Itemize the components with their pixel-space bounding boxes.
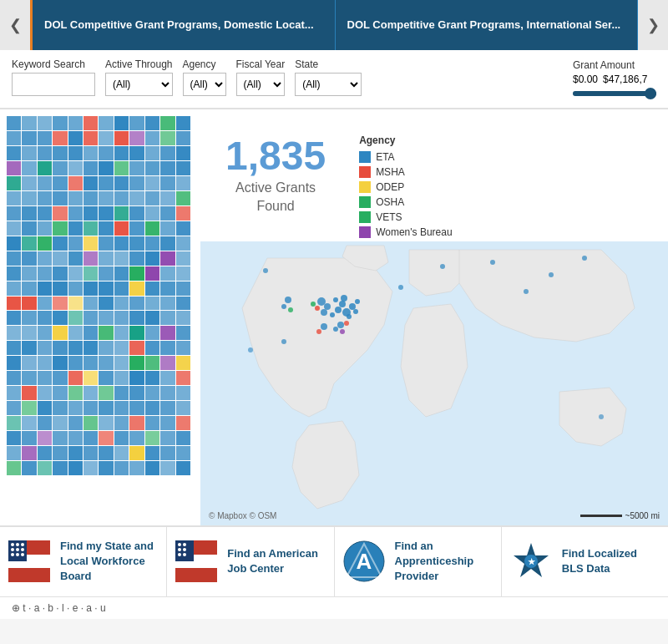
treemap-cell[interactable] <box>38 461 52 475</box>
treemap-cell[interactable] <box>22 297 36 311</box>
treemap-cell[interactable] <box>145 297 159 311</box>
treemap-cell[interactable] <box>22 311 36 325</box>
treemap-cell[interactable] <box>38 431 52 445</box>
treemap-cell[interactable] <box>99 146 113 160</box>
footer-link-workforce[interactable]: Find my State and Local Workforce Board <box>0 527 167 596</box>
treemap-cell[interactable] <box>99 446 113 460</box>
treemap-cell[interactable] <box>84 401 98 415</box>
treemap-cell[interactable] <box>68 431 83 445</box>
treemap-cell[interactable] <box>129 266 144 281</box>
treemap-cell[interactable] <box>145 221 159 236</box>
treemap-cell[interactable] <box>7 311 21 325</box>
treemap-cell[interactable] <box>38 146 52 160</box>
treemap-cell[interactable] <box>176 326 190 340</box>
treemap-cell[interactable] <box>38 176 52 190</box>
treemap-cell[interactable] <box>53 191 67 205</box>
treemap-cell[interactable] <box>99 386 113 400</box>
treemap-cell[interactable] <box>114 236 129 251</box>
treemap-cell[interactable] <box>38 371 52 385</box>
treemap-cell[interactable] <box>114 281 129 296</box>
treemap-cell[interactable] <box>22 356 36 370</box>
treemap-cell[interactable] <box>53 431 67 445</box>
treemap-cell[interactable] <box>7 297 21 311</box>
treemap-cell[interactable] <box>38 326 52 340</box>
treemap-cell[interactable] <box>22 116 36 130</box>
treemap-cell[interactable] <box>84 341 98 355</box>
treemap-cell[interactable] <box>84 146 98 160</box>
treemap-cell[interactable] <box>176 371 190 385</box>
treemap-cell[interactable] <box>145 311 159 325</box>
treemap-cell[interactable] <box>145 236 159 251</box>
treemap-cell[interactable] <box>160 356 175 370</box>
treemap-cell[interactable] <box>176 356 190 370</box>
treemap-cell[interactable] <box>160 281 175 296</box>
treemap-cell[interactable] <box>176 297 190 311</box>
treemap-cell[interactable] <box>22 281 36 296</box>
treemap-cell[interactable] <box>145 461 159 475</box>
treemap-cell[interactable] <box>53 131 67 145</box>
treemap-cell[interactable] <box>53 297 67 311</box>
treemap-cell[interactable] <box>22 161 36 175</box>
treemap-cell[interactable] <box>160 146 175 160</box>
treemap-cell[interactable] <box>160 386 175 400</box>
treemap-cell[interactable] <box>84 416 98 430</box>
treemap-cell[interactable] <box>176 431 190 445</box>
treemap-cell[interactable] <box>129 161 144 175</box>
fiscal-year-select[interactable]: (All) <box>236 73 286 96</box>
treemap-cell[interactable] <box>22 236 36 251</box>
treemap-cell[interactable] <box>99 221 113 236</box>
treemap-cell[interactable] <box>53 206 67 221</box>
treemap-cell[interactable] <box>7 431 21 445</box>
treemap-cell[interactable] <box>176 161 190 175</box>
treemap-cell[interactable] <box>7 251 21 266</box>
treemap-cell[interactable] <box>129 297 144 311</box>
treemap-cell[interactable] <box>160 266 175 281</box>
treemap-cell[interactable] <box>114 326 129 340</box>
treemap-cell[interactable] <box>38 131 52 145</box>
treemap-cell[interactable] <box>22 146 36 160</box>
treemap-cell[interactable] <box>53 236 67 251</box>
treemap-cell[interactable] <box>176 251 190 266</box>
treemap-cell[interactable] <box>160 401 175 415</box>
treemap-cell[interactable] <box>145 446 159 460</box>
treemap-cell[interactable] <box>68 311 83 325</box>
treemap-cell[interactable] <box>129 176 144 190</box>
treemap-cell[interactable] <box>160 206 175 221</box>
treemap-cell[interactable] <box>84 446 98 460</box>
treemap-cell[interactable] <box>84 297 98 311</box>
treemap-cell[interactable] <box>176 311 190 325</box>
treemap-cell[interactable] <box>145 401 159 415</box>
treemap-cell[interactable] <box>7 131 21 145</box>
treemap-cell[interactable] <box>160 297 175 311</box>
treemap-cell[interactable] <box>84 251 98 266</box>
treemap-cell[interactable] <box>68 297 83 311</box>
treemap-cell[interactable] <box>160 221 175 236</box>
treemap-cell[interactable] <box>114 341 129 355</box>
treemap-cell[interactable] <box>53 326 67 340</box>
treemap-cell[interactable] <box>22 251 36 266</box>
treemap-cell[interactable] <box>160 461 175 475</box>
treemap-cell[interactable] <box>7 206 21 221</box>
treemap-cell[interactable] <box>7 146 21 160</box>
treemap-cell[interactable] <box>84 206 98 221</box>
treemap-cell[interactable] <box>7 281 21 296</box>
treemap-cell[interactable] <box>114 116 129 130</box>
treemap-cell[interactable] <box>129 131 144 145</box>
treemap-cell[interactable] <box>38 251 52 266</box>
treemap-cell[interactable] <box>84 176 98 190</box>
slider-thumb[interactable] <box>645 88 656 99</box>
treemap-cell[interactable] <box>145 356 159 370</box>
treemap-cell[interactable] <box>114 131 129 145</box>
treemap-cell[interactable] <box>22 461 36 475</box>
treemap-cell[interactable] <box>84 386 98 400</box>
treemap-cell[interactable] <box>114 146 129 160</box>
treemap-cell[interactable] <box>129 431 144 445</box>
treemap-cell[interactable] <box>145 326 159 340</box>
treemap-cell[interactable] <box>129 386 144 400</box>
treemap-cell[interactable] <box>53 161 67 175</box>
treemap-cell[interactable] <box>129 416 144 430</box>
treemap-cell[interactable] <box>53 146 67 160</box>
treemap-cell[interactable] <box>176 191 190 205</box>
treemap-cell[interactable] <box>176 461 190 475</box>
treemap-cell[interactable] <box>160 326 175 340</box>
